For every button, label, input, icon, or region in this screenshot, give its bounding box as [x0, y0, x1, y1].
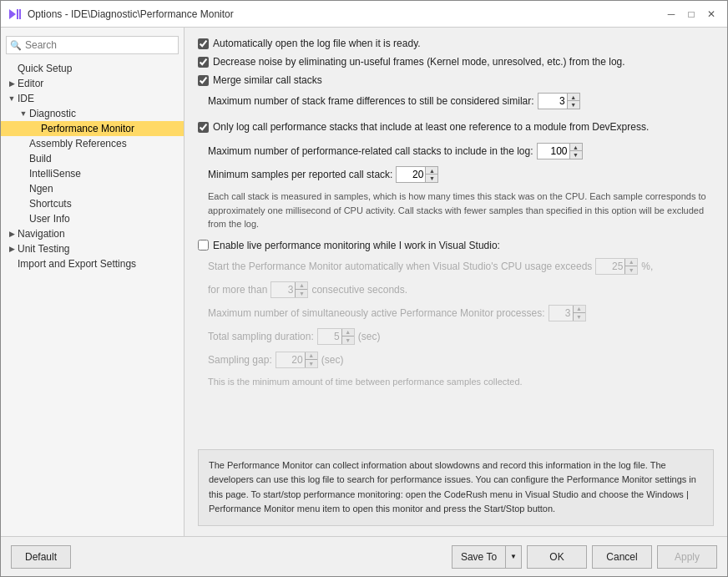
sidebar-item-label: Performance Monitor [41, 123, 134, 134]
max-perf-stacks-down[interactable]: ▼ [570, 151, 582, 159]
bottom-bar: Default Save To ▼ OK Cancel Apply [1, 536, 727, 576]
sidebar-item-label: Diagnostic [29, 108, 76, 119]
sidebar-item-performance-monitor[interactable]: Performance Monitor [1, 121, 184, 136]
max-stack-diff-up[interactable]: ▲ [568, 94, 579, 101]
sidebar-item-ngen[interactable]: Ngen [1, 181, 184, 196]
min-samples-down[interactable]: ▼ [426, 175, 437, 182]
sidebar-item-user-info[interactable]: User Info [1, 211, 184, 226]
close-button[interactable]: ✕ [702, 5, 720, 23]
auto-open-log-checkbox[interactable] [198, 38, 209, 49]
max-stack-diff-row: Maximum number of stack frame difference… [198, 93, 714, 109]
save-to-label[interactable]: Save To [452, 546, 505, 568]
sidebar-item-label: Assembly References [29, 138, 127, 149]
sidebar-item-label: IDE [18, 93, 34, 104]
sidebar-item-label: Navigation [18, 228, 65, 240]
total-sampling-input [318, 329, 341, 344]
merge-similar-text: Merge similar call stacks [213, 74, 322, 86]
search-box[interactable]: 🔍 [6, 36, 179, 54]
sidebar-item-build[interactable]: Build [1, 151, 184, 166]
cpu-usage-spinner: ▲ ▼ [595, 258, 638, 275]
sidebar-item-navigation[interactable]: ▶ Navigation [1, 226, 184, 241]
max-processes-up: ▲ [574, 306, 585, 313]
only-log-ref-checkbox[interactable] [198, 122, 209, 133]
content-area: 🔍 Quick Setup ▶ Editor ▼ IDE ▼ Diagnosti… [1, 28, 727, 536]
max-processes-input [549, 306, 573, 321]
sidebar-item-label: Ngen [29, 183, 53, 195]
restore-button[interactable]: □ [682, 5, 700, 23]
search-input[interactable] [6, 36, 179, 54]
minimize-button[interactable]: ─ [662, 5, 680, 23]
decrease-noise-label[interactable]: Decrease noise by eliminating un-useful … [198, 56, 625, 68]
search-icon: 🔍 [10, 40, 22, 51]
vs-icon [8, 7, 23, 22]
main-panel: Automatically open the log file when it … [185, 28, 727, 536]
sidebar-item-ide[interactable]: ▼ IDE [1, 91, 184, 106]
svg-rect-2 [19, 9, 21, 19]
for-more-than-spinner: ▲ ▼ [270, 281, 308, 298]
total-sampling-spinner: ▲ ▼ [317, 328, 355, 345]
ok-button[interactable]: OK [527, 545, 587, 569]
sidebar-item-shortcuts[interactable]: Shortcuts [1, 196, 184, 211]
sidebar: 🔍 Quick Setup ▶ Editor ▼ IDE ▼ Diagnosti… [1, 28, 185, 536]
for-more-than-suffix: consecutive seconds. [311, 284, 407, 296]
options-dialog: Options - IDE\Diagnostic\Performance Mon… [0, 0, 728, 577]
max-stack-diff-down[interactable]: ▼ [568, 101, 579, 109]
sidebar-item-diagnostic[interactable]: ▼ Diagnostic [1, 106, 184, 121]
only-log-ref-label[interactable]: Only log call performance stacks that in… [198, 121, 649, 133]
sidebar-item-unit-testing[interactable]: ▶ Unit Testing [1, 241, 184, 256]
sidebar-item-intellisense[interactable]: IntelliSense [1, 166, 184, 181]
max-perf-stacks-spinner[interactable]: ▲ ▼ [537, 143, 583, 159]
enable-live-checkbox[interactable] [198, 240, 209, 251]
svg-marker-0 [9, 9, 16, 19]
default-button[interactable]: Default [11, 545, 71, 569]
sidebar-item-label: Quick Setup [18, 63, 72, 74]
for-more-than-prefix: for more than [208, 284, 267, 296]
bottom-left: Default [11, 545, 71, 569]
apply-button[interactable]: Apply [657, 545, 717, 569]
cpu-usage-arrows: ▲ ▼ [624, 259, 637, 274]
sidebar-item-label: Build [29, 153, 52, 164]
only-log-ref-row: Only log call performance stacks that in… [198, 121, 714, 133]
total-sampling-down: ▼ [342, 337, 354, 344]
min-samples-up[interactable]: ▲ [426, 167, 437, 175]
sidebar-item-label: User Info [29, 213, 70, 225]
sidebar-item-label: Shortcuts [29, 198, 72, 210]
bottom-right: Save To ▼ OK Cancel Apply [452, 545, 717, 569]
sampling-gap-suffix: (sec) [321, 354, 344, 366]
arrow-icon: ▶ [6, 245, 18, 253]
sidebar-item-editor[interactable]: ▶ Editor [1, 76, 184, 91]
max-perf-stacks-up[interactable]: ▲ [570, 144, 582, 151]
cpu-usage-prefix: Start the Performance Monitor automatica… [208, 261, 592, 272]
min-samples-spinner[interactable]: ▲ ▼ [396, 166, 438, 183]
decrease-noise-row: Decrease noise by eliminating un-useful … [198, 56, 714, 68]
cancel-button[interactable]: Cancel [592, 545, 652, 569]
sidebar-item-quick-setup[interactable]: Quick Setup [1, 61, 184, 76]
max-stack-diff-input[interactable] [538, 94, 567, 109]
merge-similar-checkbox[interactable] [198, 75, 209, 86]
sidebar-item-assembly-references[interactable]: Assembly References [1, 136, 184, 151]
total-sampling-suffix: (sec) [358, 331, 381, 342]
save-to-button[interactable]: Save To ▼ [452, 545, 522, 569]
info-box: The Performance Monitor can collect info… [198, 449, 714, 526]
min-samples-input[interactable] [397, 167, 425, 182]
min-samples-arrows: ▲ ▼ [425, 167, 437, 182]
sampling-gap-arrows: ▲ ▼ [305, 352, 317, 367]
merge-similar-row: Merge similar call stacks [198, 74, 714, 86]
max-processes-arrows: ▲ ▼ [573, 306, 585, 321]
save-to-dropdown-arrow[interactable]: ▼ [505, 546, 521, 568]
max-stack-diff-arrows: ▲ ▼ [567, 94, 579, 109]
arrow-icon: ▼ [18, 109, 29, 118]
auto-open-log-label[interactable]: Automatically open the log file when it … [198, 38, 421, 49]
max-perf-stacks-input[interactable] [538, 144, 569, 159]
sidebar-item-label: Import and Export Settings [18, 258, 136, 270]
cpu-usage-row: Start the Performance Monitor automatica… [198, 258, 714, 275]
max-stack-diff-spinner[interactable]: ▲ ▼ [538, 93, 580, 109]
enable-live-label[interactable]: Enable live performance monitoring while… [198, 240, 500, 251]
sidebar-item-import-export[interactable]: Import and Export Settings [1, 256, 184, 271]
decrease-noise-checkbox[interactable] [198, 57, 209, 68]
merge-similar-label[interactable]: Merge similar call stacks [198, 74, 322, 86]
title-bar-controls: ─ □ ✕ [662, 5, 720, 23]
sampling-gap-down: ▼ [306, 360, 317, 367]
arrow-icon: ▼ [6, 94, 18, 103]
sidebar-item-label: IntelliSense [29, 168, 81, 180]
